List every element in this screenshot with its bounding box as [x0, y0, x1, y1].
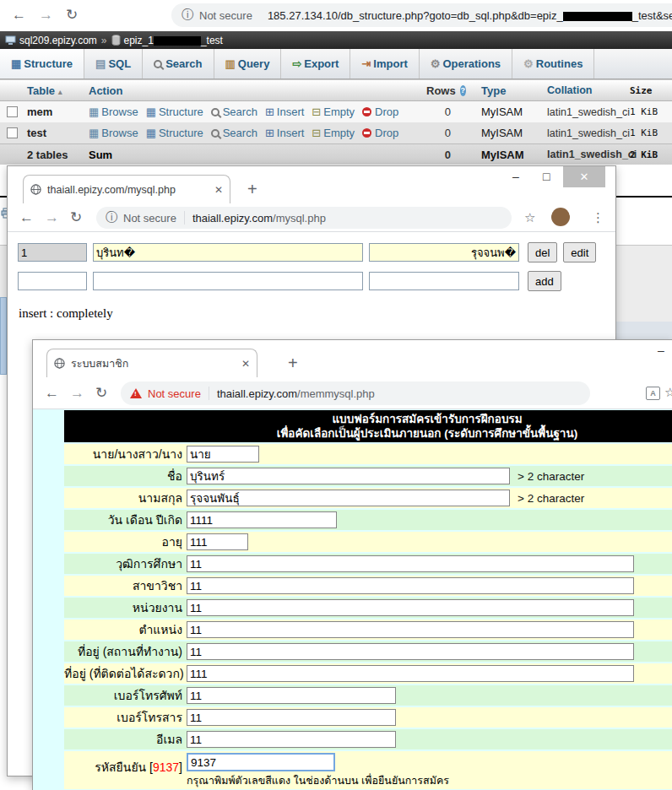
sum-count: 2 tables [24, 149, 89, 161]
field-input[interactable] [187, 577, 634, 594]
browse-icon: ▦ [89, 127, 99, 138]
url-text: 185.27.134.10/db_structure.php?goto=db_s… [268, 9, 672, 22]
field-input[interactable] [187, 555, 634, 572]
field-input[interactable] [187, 599, 634, 616]
field-cell [187, 511, 672, 528]
add-button[interactable]: add [528, 271, 561, 291]
column-header-label: Type [481, 84, 506, 97]
record-firstname-field[interactable] [93, 243, 363, 262]
action-structure[interactable]: ▦Structure [146, 106, 203, 118]
field-input[interactable] [187, 709, 396, 726]
form-title-line1: แบบฟอร์มการสมัครเข้ารับการฝึกอบรม [64, 412, 672, 426]
record-lastname-field[interactable] [369, 243, 519, 262]
breadcrumb-db[interactable]: epiz_1_test [124, 35, 223, 46]
action-structure[interactable]: ▦Structure [146, 127, 203, 139]
pma-tab-search[interactable]: Search [143, 49, 214, 78]
pma-tab-routines[interactable]: ⚙Routines [512, 49, 594, 78]
star-icon[interactable]: ☆ [664, 385, 672, 400]
action-label: Drop [375, 127, 398, 139]
verify-input[interactable] [187, 753, 335, 771]
new-tab-button[interactable]: + [288, 354, 298, 373]
field-label: วัน เดือน ปีเกิด [64, 511, 187, 529]
pma-tab-sql[interactable]: ▤SQL [84, 49, 143, 78]
column-header-table[interactable]: Table▴ [24, 84, 89, 97]
pma-tab-operations[interactable]: ⚙Operations [420, 49, 512, 78]
action-empty[interactable]: ⊟Empty [312, 106, 355, 118]
reload-icon[interactable]: ↻ [66, 8, 78, 22]
action-search[interactable]: Search [211, 106, 257, 118]
new-tab-button[interactable]: + [247, 180, 257, 199]
checkbox[interactable] [7, 127, 18, 138]
value: 0 [445, 127, 451, 139]
minimize-button[interactable]: – [658, 344, 664, 357]
maximize-button[interactable]: □ [543, 170, 550, 183]
forward-icon[interactable]: → [70, 386, 84, 400]
window2-toolbar: ← → ↻ Not secure thaiall.epizy.com/memmy… [33, 377, 672, 409]
field-cell [187, 555, 672, 572]
tab-mysql[interactable]: thaiall.epizy.com/mysql.php ✕ [23, 175, 230, 203]
field-input[interactable] [187, 643, 634, 660]
avatar[interactable] [551, 208, 570, 226]
minimize-button[interactable]: – [512, 170, 519, 183]
checkbox[interactable] [7, 106, 18, 117]
pma-tab-structure[interactable]: ▦Structure [0, 49, 84, 78]
back-icon[interactable]: ← [12, 8, 26, 22]
form-row: เบอร์โทรสาร [64, 707, 672, 728]
del-button[interactable]: del [528, 242, 557, 262]
field-input[interactable] [187, 490, 510, 506]
breadcrumb: sql209.epizy.com » epiz_1_test [0, 31, 672, 49]
address-bar[interactable]: ⓘ Not secure 185.27.134.10/db_structure.… [171, 3, 672, 27]
translate-icon[interactable]: A [646, 387, 660, 400]
tab-close-icon[interactable]: ✕ [214, 184, 223, 196]
form-row: ที่อยู่ (สถานที่ทำงาน) [64, 641, 672, 662]
action-drop[interactable]: Drop [362, 106, 398, 118]
field-input[interactable] [187, 533, 248, 550]
new-lastname-field[interactable] [369, 272, 519, 290]
info-icon[interactable]: ⓘ [182, 8, 193, 23]
action-label: Drop [375, 106, 398, 118]
help-icon[interactable]: ? [460, 85, 466, 96]
field-input[interactable] [187, 511, 337, 528]
new-firstname-field[interactable] [93, 272, 363, 290]
action-empty[interactable]: ⊟Empty [312, 127, 355, 139]
add-row: add [18, 271, 561, 291]
sum-type: MyISAM [471, 149, 540, 161]
reload-icon[interactable]: ↻ [70, 210, 82, 225]
action-insert[interactable]: ⊞Insert [265, 106, 304, 118]
cell-type: MyISAM [471, 127, 540, 139]
address-bar[interactable]: ⓘ Not secure thaiall.epizy.com/mysql.php [96, 207, 512, 229]
tab-member-system[interactable]: ระบบสมาชิก ✕ [46, 349, 257, 377]
pma-tab-import[interactable]: ⇥Import [350, 49, 419, 78]
column-header-label: Collation [547, 84, 592, 96]
forward-icon[interactable]: → [39, 8, 53, 22]
close-button[interactable]: ✕ [563, 166, 605, 187]
field-input[interactable] [187, 731, 396, 748]
menu-dots-icon[interactable]: ⋮ [592, 210, 604, 225]
edit-button[interactable]: edit [563, 242, 596, 262]
star-icon[interactable]: ☆ [524, 210, 535, 225]
field-input[interactable] [187, 687, 396, 704]
pma-tab-export[interactable]: ⇨Export [281, 49, 350, 78]
action-insert[interactable]: ⊞Insert [265, 127, 304, 139]
field-input[interactable] [187, 665, 634, 682]
record-id-field[interactable] [18, 243, 87, 262]
reload-icon[interactable]: ↻ [95, 386, 107, 400]
address-bar[interactable]: Not secure thaiall.epizy.com/memmysql.ph… [121, 381, 590, 405]
action-search[interactable]: Search [211, 127, 257, 139]
field-input[interactable] [187, 621, 634, 638]
breadcrumb-server[interactable]: sql209.epizy.com [19, 35, 97, 46]
back-icon[interactable]: ← [19, 210, 34, 225]
sum-label-cell: Sum [89, 149, 426, 161]
action-browse[interactable]: ▦Browse [89, 106, 138, 118]
pma-tab-query[interactable]: ▥Query [214, 49, 282, 78]
warning-icon[interactable] [130, 388, 142, 398]
info-icon[interactable]: ⓘ [106, 210, 117, 225]
action-drop[interactable]: Drop [362, 127, 398, 139]
forward-icon[interactable]: → [45, 210, 59, 225]
new-id-field[interactable] [18, 272, 87, 290]
field-input[interactable] [187, 468, 510, 484]
tab-close-icon[interactable]: ✕ [241, 358, 250, 370]
field-input[interactable] [187, 446, 259, 463]
action-browse[interactable]: ▦Browse [89, 127, 138, 139]
back-icon[interactable]: ← [45, 386, 59, 400]
